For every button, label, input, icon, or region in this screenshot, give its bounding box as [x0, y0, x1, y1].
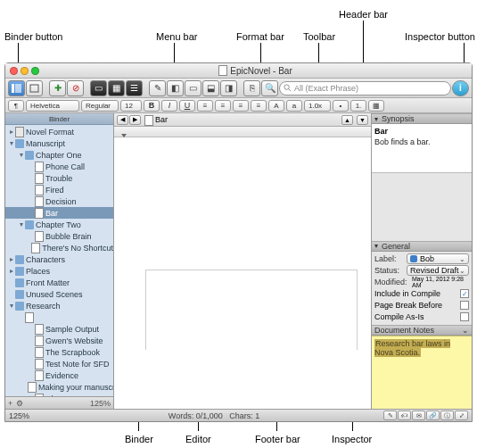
synopsis-body[interactable]: Bar Bob finds a bar.: [372, 124, 472, 173]
svg-rect-2: [30, 85, 38, 92]
ruler[interactable]: [114, 127, 371, 137]
editor[interactable]: [114, 127, 371, 409]
include-checkbox[interactable]: ✓: [460, 289, 469, 298]
pgbreak-lbl: Page Break Before: [374, 301, 442, 310]
zoom-control[interactable]: 125%: [9, 411, 45, 420]
align-right-button[interactable]: ≡: [233, 100, 249, 112]
collection-button[interactable]: [26, 80, 43, 96]
binder-item[interactable]: ▾Chapter Two: [5, 219, 113, 230]
binder-gear-button[interactable]: ⚙: [16, 399, 23, 408]
binder-item[interactable]: ▾Chapter One: [5, 149, 113, 161]
binder-item[interactable]: Gwen's Website: [5, 335, 113, 346]
view-outline-button[interactable]: ☰: [126, 80, 143, 96]
toolbar: ✚ ⊘ ▭ ▦ ☰ ✎ ◧ ▭ ⬓ ◨ ⎘ 🔍 All (Exact Phras…: [5, 79, 472, 98]
binder-item[interactable]: Unused Scenes: [5, 288, 113, 300]
text-color-button[interactable]: A: [268, 100, 284, 112]
document-icon: [218, 65, 227, 76]
asis-checkbox[interactable]: [460, 312, 469, 321]
notes-header[interactable]: Document Notes⌄: [372, 325, 472, 336]
pgbreak-checkbox[interactable]: [460, 301, 469, 310]
synopsis-header[interactable]: ▾Synopsis: [372, 113, 472, 124]
binder-item[interactable]: Fired: [5, 184, 113, 195]
binder-item[interactable]: ▸Places: [5, 265, 113, 277]
synopsis-title[interactable]: Bar: [374, 127, 469, 136]
label-select[interactable]: Bob: [407, 253, 469, 264]
nav-up-button[interactable]: ▲: [341, 115, 353, 125]
add-item-button[interactable]: +: [8, 399, 12, 408]
binder-item[interactable]: Phone Call: [5, 161, 113, 172]
footer-footnotes-button[interactable]: ⓘ: [440, 411, 454, 420]
header-doc-title: Bar: [155, 115, 168, 124]
footer-keywords-button[interactable]: 🏷: [398, 411, 411, 420]
binder-item[interactable]: There's No Shortcut: [5, 242, 113, 253]
align-justify-button[interactable]: ≡: [251, 100, 267, 112]
binder-item[interactable]: Bubble Brain: [5, 230, 113, 242]
callout-binder-button: Binder button: [4, 31, 62, 42]
header-path[interactable]: Bar: [144, 115, 338, 125]
quickref-button[interactable]: 🔍: [261, 80, 278, 96]
close-button[interactable]: [10, 67, 18, 75]
footer-lock-button[interactable]: ⤢: [455, 411, 468, 420]
minimize-button[interactable]: [21, 67, 29, 75]
general-header[interactable]: ▾General: [372, 241, 472, 252]
view-corkboard-button[interactable]: ▦: [108, 80, 125, 96]
asis-lbl: Compile As-Is: [374, 312, 424, 321]
styles-button[interactable]: ¶: [8, 100, 24, 112]
table-button[interactable]: ▦: [368, 100, 384, 112]
bold-button[interactable]: B: [144, 100, 160, 112]
footer-refs-button[interactable]: 🔗: [426, 411, 440, 420]
list-bullet-button[interactable]: •: [333, 100, 349, 112]
status-select[interactable]: Revised Draft: [407, 265, 469, 276]
compose-button[interactable]: ✎: [149, 80, 166, 96]
synopsis-text[interactable]: Bob finds a bar.: [374, 137, 469, 146]
inspector-button[interactable]: i: [452, 80, 469, 96]
font-style-select[interactable]: Regular: [81, 100, 119, 112]
italic-button[interactable]: I: [161, 100, 177, 112]
binder-item[interactable]: Trouble: [5, 172, 113, 184]
binder-item[interactable]: Making your manuscri…: [5, 381, 113, 393]
binder-item[interactable]: ▸Characters: [5, 253, 113, 265]
binder-item[interactable]: Decision: [5, 195, 113, 207]
binder-item[interactable]: ▾Manuscript: [5, 137, 113, 149]
binder-item[interactable]: ▸Novel Format: [5, 126, 113, 137]
binder-zoom[interactable]: 125%: [90, 399, 111, 408]
font-size-select[interactable]: 12: [120, 100, 142, 112]
nav-down-button[interactable]: ▼: [357, 115, 368, 125]
binder-header: Binder: [5, 113, 113, 125]
align-center-button[interactable]: ≡: [215, 100, 231, 112]
inspector-panel: ▾Synopsis Bar Bob finds a bar. ▾General …: [371, 113, 472, 409]
split-vert-button[interactable]: ◨: [220, 80, 237, 96]
binder-tree[interactable]: ▸Novel Format▾Manuscript▾Chapter OnePhon…: [5, 125, 113, 396]
binder-item[interactable]: ▾Research: [5, 300, 113, 311]
page-surface[interactable]: [145, 270, 358, 350]
nav-forward-button[interactable]: ▶: [129, 115, 141, 125]
binder-item[interactable]: The Scrapbook: [5, 346, 113, 358]
binder-item[interactable]: Evidence: [5, 369, 113, 381]
nav-back-button[interactable]: ◀: [117, 115, 128, 125]
snapshot-button[interactable]: ◧: [167, 80, 184, 96]
list-number-button[interactable]: 1.: [350, 100, 366, 112]
document-notes[interactable]: Research bar laws in Nova Scotia.: [372, 336, 472, 410]
callout-inspector: Inspector: [332, 434, 372, 444]
zoom-button[interactable]: [31, 67, 39, 75]
binder-button[interactable]: [8, 80, 25, 96]
font-family-select[interactable]: Helvetica: [26, 100, 79, 112]
binder-item[interactable]: [5, 311, 113, 323]
binder-item[interactable]: Bar: [5, 207, 113, 219]
footer-comments-button[interactable]: ✎: [383, 411, 397, 420]
binder-item[interactable]: Front Matter: [5, 277, 113, 288]
underline-button[interactable]: U: [179, 100, 195, 112]
trash-button[interactable]: ⊘: [67, 80, 84, 96]
highlight-color-button[interactable]: a: [286, 100, 302, 112]
compile-button[interactable]: ⎘: [243, 80, 260, 96]
add-button[interactable]: ✚: [49, 80, 66, 96]
line-spacing-select[interactable]: 1.0x: [304, 100, 331, 112]
binder-item[interactable]: Test Note for SFD: [5, 358, 113, 369]
align-left-button[interactable]: ≡: [197, 100, 213, 112]
split-none-button[interactable]: ▭: [185, 80, 201, 96]
view-document-button[interactable]: ▭: [90, 80, 107, 96]
binder-item[interactable]: Sample Output: [5, 323, 113, 335]
footer-snapshots-button[interactable]: ✉: [412, 411, 425, 420]
split-horiz-button[interactable]: ⬓: [202, 80, 219, 96]
search-field[interactable]: All (Exact Phrase): [279, 81, 451, 95]
